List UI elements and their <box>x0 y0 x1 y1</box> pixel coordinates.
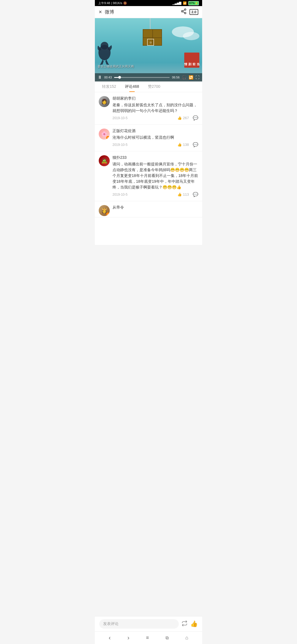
like-count: 138 <box>183 143 189 147</box>
battery-indicator: 87%⚡ <box>188 1 199 5</box>
comment-item: 🧟 猫扑233 请问，动画播出前一般提前俩月宣传，宁十月份一点动静也没有，是准备… <box>95 151 202 201</box>
avatar: 🌸 ✓ <box>99 129 110 140</box>
audio-icon[interactable]: 🎧 <box>182 75 186 80</box>
reply-button[interactable]: 💬 <box>193 115 198 121</box>
svg-point-6 <box>101 42 108 50</box>
play-pause-button[interactable]: ⏸ <box>98 75 102 80</box>
emblem: ◎ <box>147 39 154 46</box>
comment-date: 2019-10-5 <box>112 193 128 197</box>
thumbs-up-icon: 👍 <box>177 116 182 120</box>
comment-content: 猫扑233 请问，动画播出前一般提前俩月宣传，宁十月份一点动静也没有，是准备今年… <box>112 155 198 197</box>
like-count: 113 <box>183 192 189 197</box>
comments-list: 👩 胡胡家的李们 老秦，你这反射弧也太长了点，别的没什么问题，就想弱弱的问一句小… <box>95 92 202 245</box>
avatar: 👩 <box>99 96 110 107</box>
app-header: × 微博 2.0 <box>95 6 202 18</box>
speed-badge[interactable]: 2.0 <box>189 9 198 15</box>
status-network: | 981K/s 🔕 <box>111 1 127 5</box>
comment-actions: 👍 267 💬 <box>177 115 198 121</box>
progress-bar[interactable] <box>114 77 170 78</box>
thumbs-up-icon: 👍 <box>177 143 182 147</box>
svg-line-3 <box>183 12 185 13</box>
close-button[interactable]: × <box>99 9 102 15</box>
comment-content: 从帝令 <box>112 205 198 216</box>
subtitle: 姜太公辅佐周武王兴周灭商 <box>95 64 137 69</box>
comment-meta: 2019-10-5 👍 138 💬 <box>112 142 198 147</box>
red-seal: 当前剧情 <box>184 53 199 68</box>
svg-line-4 <box>183 10 185 11</box>
comment-item: 👸 ✓ 从帝令 <box>95 201 202 217</box>
signal-icon: ▁▃▅▇ <box>172 1 181 5</box>
avatar: 👸 ✓ <box>99 205 110 216</box>
comment-text: 老秦，你这反射弧也太长了点，别的没什么问题，就想弱弱的问一句小六今年还能生吗？ <box>112 102 198 114</box>
comment-date: 2019-10-5 <box>112 116 128 120</box>
cloud-2 <box>183 32 199 40</box>
comment-text: 请问，动画播出前一般提前俩月宣传，宁十月份一点动静也没有，是准备今年鸽掉吗😁😁😁… <box>112 161 198 190</box>
comment-username: 从帝令 <box>112 205 198 210</box>
comment-username: 胡胡家的李们 <box>112 96 198 101</box>
tab-likes[interactable]: 赞2700 <box>144 81 165 92</box>
rope <box>150 18 150 29</box>
comment-item: 🌸 ✓ 正版灯花佐酒 沧海什么时候可以横流，竖流也行啊 2019-10-5 👍 … <box>95 125 202 151</box>
reply-button[interactable]: 💬 <box>193 142 198 147</box>
creature-silhouette <box>98 40 120 65</box>
svg-point-2 <box>185 12 186 14</box>
avatar: 🧟 <box>99 155 110 166</box>
status-left: 上午9:48 | 981K/s 🔕 <box>98 1 127 5</box>
comment-username: 正版灯花佐酒 <box>112 129 198 133</box>
progress-thumb[interactable] <box>118 76 121 79</box>
loop-icon[interactable]: 🔁 <box>189 75 193 80</box>
video-player[interactable]: ◎ 当前剧情 姜太公辅佐周武王兴周灭商 ⏸ 00:43 06:56 🎧 🔁 ⛶ <box>95 18 202 81</box>
comment-content: 胡胡家的李们 老秦，你这反射弧也太长了点，别的没什么问题，就想弱弱的问一句小六今… <box>112 96 198 121</box>
comment-item: 👩 胡胡家的李们 老秦，你这反射弧也太长了点，别的没什么问题，就想弱弱的问一句小… <box>95 92 202 125</box>
like-button[interactable]: 👍 113 <box>177 192 189 197</box>
thumbs-up-icon: 👍 <box>177 192 182 197</box>
comment-username: 猫扑233 <box>112 155 198 160</box>
like-count: 267 <box>183 116 189 120</box>
comment-actions: 👍 138 💬 <box>177 142 198 147</box>
verified-badge: ✓ <box>106 212 110 216</box>
like-button[interactable]: 👍 267 <box>177 116 189 120</box>
reply-button[interactable]: 💬 <box>193 192 198 197</box>
status-bar: 上午9:48 | 981K/s 🔕 ▁▃▅▇ 📶 87%⚡ <box>95 0 202 6</box>
tab-comments[interactable]: 评论468 <box>120 81 143 92</box>
app-title: 微博 <box>105 9 114 15</box>
status-time: 上午9:48 <box>98 1 110 5</box>
comment-meta: 2019-10-5 👍 267 💬 <box>112 115 198 121</box>
header-left: × 微博 <box>99 9 114 15</box>
svg-point-1 <box>182 10 183 12</box>
video-controls: ⏸ 00:43 06:56 🎧 🔁 ⛶ <box>95 73 202 81</box>
like-button[interactable]: 👍 138 <box>177 143 189 147</box>
header-right: 2.0 <box>181 8 198 16</box>
status-right: ▁▃▅▇ 📶 87%⚡ <box>172 1 199 5</box>
comment-content: 正版灯花佐酒 沧海什么时候可以横流，竖流也行啊 2019-10-5 👍 138 … <box>112 129 198 147</box>
comment-date: 2019-10-5 <box>112 143 128 147</box>
tabs-bar: 转发152 评论468 赞2700 <box>95 81 202 92</box>
comment-text: 沧海什么时候可以横流，竖流也行啊 <box>112 135 198 140</box>
tab-repost[interactable]: 转发152 <box>98 81 120 92</box>
wifi-icon: 📶 <box>183 1 187 5</box>
share-icon[interactable] <box>181 8 187 16</box>
fullscreen-icon[interactable]: ⛶ <box>196 75 199 80</box>
svg-point-0 <box>185 9 186 10</box>
comment-meta: 2019-10-5 👍 113 💬 <box>112 192 198 197</box>
total-time: 06:56 <box>172 76 180 79</box>
current-time: 00:43 <box>104 76 112 79</box>
verified-badge: ✓ <box>106 136 110 140</box>
comment-actions: 👍 113 💬 <box>177 192 198 197</box>
